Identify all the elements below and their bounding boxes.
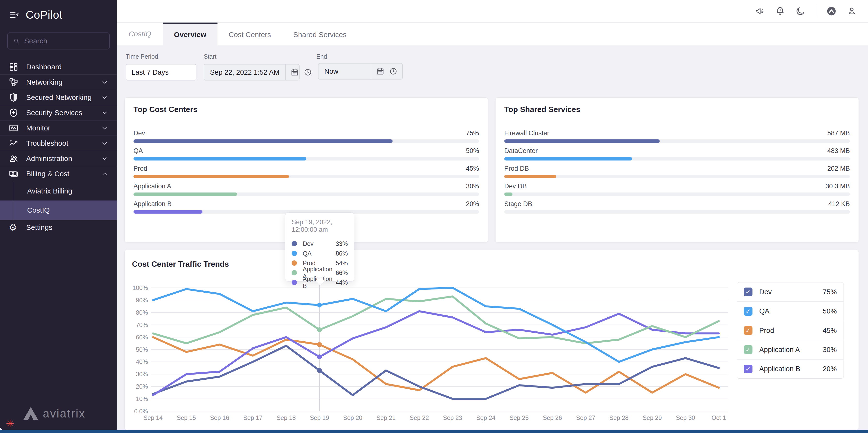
sidebar-item-monitor[interactable]: Monitor xyxy=(0,120,117,136)
top-shared-services-card: Top Shared Services Firewall Cluster 587… xyxy=(495,97,859,242)
tooltip-series-label: Application B xyxy=(303,276,336,289)
calendar-icon[interactable] xyxy=(376,67,384,76)
tooltip-series-value: 33% xyxy=(336,240,348,247)
announcements-megaphone-icon[interactable] xyxy=(755,6,765,16)
progress-fill xyxy=(133,139,393,143)
svg-text:Sep 18: Sep 18 xyxy=(277,414,296,421)
networking-icon xyxy=(9,77,19,87)
legend-label: Prod xyxy=(759,326,823,335)
end-group: Now xyxy=(318,63,403,80)
sidebar-item-label: CostIQ xyxy=(27,206,108,214)
legend-row-prod[interactable]: ✓ Prod 45% xyxy=(737,321,843,340)
sidebar-item-billing-cost[interactable]: Billing & Cost xyxy=(0,166,117,181)
legend-label: Dev xyxy=(759,288,823,296)
tooltip-row: Dev 33% xyxy=(291,239,348,249)
legend-row-application-b[interactable]: ✓ Application B 20% xyxy=(737,359,843,378)
sidebar-item-security-services[interactable]: Security Services xyxy=(0,105,117,120)
tab-label: Cost Centers xyxy=(228,31,271,39)
series-checkbox[interactable]: ✓ xyxy=(744,345,752,354)
sidebar-item-administration[interactable]: Administration xyxy=(0,151,117,166)
metric-value: 587 MB xyxy=(827,129,850,137)
card-title: Top Shared Services xyxy=(504,105,850,114)
chevron-down-icon xyxy=(101,124,108,132)
topbar xyxy=(117,0,868,23)
legend-row-dev[interactable]: ✓ Dev 75% xyxy=(737,283,843,301)
progress-fill xyxy=(133,175,289,178)
series-dot-icon xyxy=(291,280,297,285)
svg-text:70%: 70% xyxy=(136,321,148,328)
svg-text:80%: 80% xyxy=(136,309,148,316)
legend-value: 45% xyxy=(823,326,837,335)
legend-row-application-a[interactable]: ✓ Application A 30% xyxy=(737,340,843,359)
date-range-separator: — xyxy=(305,63,313,80)
search-input[interactable] xyxy=(24,37,104,45)
trend-icon xyxy=(9,139,19,148)
sidebar-item-label: Security Services xyxy=(26,109,101,117)
start-date-input[interactable]: Sep 22, 2022 1:52 AM xyxy=(204,64,300,81)
sidebar: CoPilot Dashboard Networking Secured Net… xyxy=(0,0,117,430)
sidebar-item-settings[interactable]: ⚙ Settings xyxy=(0,220,117,235)
dark-mode-moon-icon[interactable] xyxy=(795,6,806,16)
search-box[interactable] xyxy=(7,32,110,50)
chevron-down-icon xyxy=(184,69,191,76)
metric-value: 483 MB xyxy=(827,147,850,155)
progress-fill xyxy=(504,193,513,196)
series-checkbox[interactable]: ✓ xyxy=(744,288,752,296)
metric-value: 20% xyxy=(466,200,479,208)
metric-value: 75% xyxy=(466,129,479,137)
calendar-icon[interactable] xyxy=(290,68,299,76)
svg-text:Sep 17: Sep 17 xyxy=(243,414,262,421)
time-period-label: Time Period xyxy=(126,53,196,60)
metric-row-prod-db: Prod DB 202 MB xyxy=(504,165,850,178)
module-label: CostIQ xyxy=(117,23,163,45)
metric-row-application-a: Application A 30% xyxy=(133,182,479,196)
metric-row-dev-db: Dev DB 30.3 MB xyxy=(504,182,850,196)
sidebar-item-networking[interactable]: Networking xyxy=(0,75,117,90)
sidebar-item-aviatrix-billing[interactable]: Aviatrix Billing xyxy=(0,181,117,201)
shield-half-icon xyxy=(9,93,19,102)
chevron-down-icon xyxy=(101,155,108,162)
tab-shared-services[interactable]: Shared Services xyxy=(282,23,358,45)
app-title: CoPilot xyxy=(26,8,62,21)
svg-text:0.0%: 0.0% xyxy=(134,408,148,414)
search-icon xyxy=(13,37,20,45)
metric-label: Prod DB xyxy=(504,165,529,172)
svg-text:20%: 20% xyxy=(136,383,148,390)
svg-text:Sep 24: Sep 24 xyxy=(476,414,495,421)
tab-cost-centers[interactable]: Cost Centers xyxy=(217,23,282,45)
series-checkbox[interactable]: ✓ xyxy=(744,365,752,373)
clock-icon[interactable] xyxy=(389,67,397,76)
end-date-input[interactable]: Now xyxy=(318,63,403,80)
legend-row-qa[interactable]: ✓ QA 50% xyxy=(737,301,843,320)
start-date-value: Sep 22, 2022 1:52 AM xyxy=(204,68,285,76)
metric-value: 50% xyxy=(466,147,479,155)
progress-fill xyxy=(133,157,306,161)
metric-label: DataCenter xyxy=(504,147,538,155)
bottom-window-strip xyxy=(0,430,868,433)
sidebar-item-troubleshoot[interactable]: Troubleshoot xyxy=(0,136,117,151)
sidebar-item-costiq[interactable]: CostIQ xyxy=(0,201,117,220)
time-period-select[interactable]: Last 7 Days xyxy=(126,64,196,81)
collapse-menu-icon[interactable] xyxy=(9,10,20,20)
chevron-down-icon xyxy=(101,79,108,86)
metric-value: 45% xyxy=(466,165,479,172)
tab-bar: CostIQ OverviewCost CentersShared Servic… xyxy=(117,23,868,45)
users-icon xyxy=(9,154,19,164)
aviatrix-avatar-icon[interactable] xyxy=(826,6,837,16)
series-checkbox[interactable]: ✓ xyxy=(744,326,752,335)
chart-title: Cost Center Traffic Trends xyxy=(132,260,229,269)
tab-overview[interactable]: Overview xyxy=(163,23,217,45)
notifications-bell-icon[interactable] xyxy=(775,6,785,16)
start-label: Start xyxy=(204,53,300,60)
sidebar-item-label: Secured Networking xyxy=(26,93,101,102)
metric-row-stage-db: Stage DB 412 KB xyxy=(504,200,850,213)
sidebar-item-dashboard[interactable]: Dashboard xyxy=(0,59,117,75)
svg-text:Oct 1: Oct 1 xyxy=(712,414,726,421)
series-checkbox[interactable]: ✓ xyxy=(744,307,752,316)
aviatrix-logo-mark xyxy=(23,406,38,421)
legend-value: 20% xyxy=(823,365,837,373)
sidebar-item-secured-networking[interactable]: Secured Networking xyxy=(0,90,117,105)
user-profile-icon[interactable] xyxy=(847,6,857,16)
svg-text:40%: 40% xyxy=(136,358,148,365)
progress-fill xyxy=(504,175,556,178)
